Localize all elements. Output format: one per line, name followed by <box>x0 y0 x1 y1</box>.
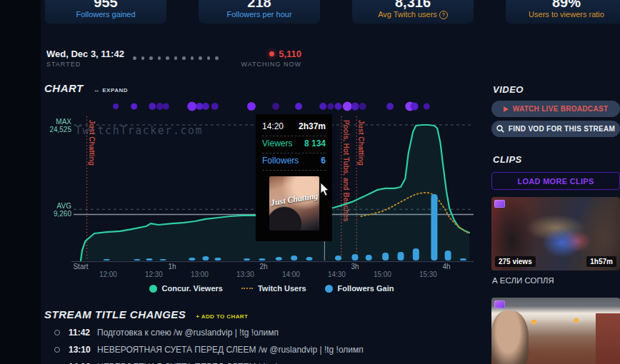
play-icon <box>504 106 509 112</box>
clip-marker-dot[interactable] <box>424 103 430 110</box>
clip-marker-dot[interactable] <box>247 102 256 111</box>
clip-marker-dot[interactable] <box>386 103 394 110</box>
legend-swatch <box>149 285 157 293</box>
clip-marker-dot[interactable] <box>156 103 164 110</box>
clip-marker-dot[interactable] <box>163 103 169 110</box>
video-heading: VIDEO <box>493 84 620 95</box>
game-boxart-just-chatting: Just Chatting <box>269 176 319 231</box>
x-tick-time: 13:30 <box>236 271 254 278</box>
title-change-time: 13:10 <box>69 345 97 355</box>
bullet-icon <box>54 347 60 353</box>
legend-label: Twitch Users <box>258 284 306 293</box>
x-tick-hour: 2h <box>259 263 267 271</box>
tooltip-elapsed: 2h37m <box>299 121 326 131</box>
watch-live-broadcast-button[interactable]: WATCH LIVE BROADCAST <box>491 101 620 117</box>
legend-label: Concur. Viewers <box>162 284 223 293</box>
clip-marker-dot[interactable] <box>351 103 359 111</box>
clip-marker-dot[interactable] <box>335 103 342 110</box>
followers-gain-bar[interactable] <box>160 259 166 261</box>
clip-marker-dot[interactable] <box>196 103 203 110</box>
followers-gain-bar[interactable] <box>146 258 153 261</box>
tooltip-row: Followers6 <box>262 153 326 171</box>
followers-gain-bar[interactable] <box>291 256 297 261</box>
clips-heading: CLIPS <box>493 154 620 165</box>
followers-gain-bar[interactable] <box>335 256 341 261</box>
legend-item-twitch-users[interactable]: Twitch Users <box>241 284 306 293</box>
clip-marker-dot[interactable] <box>131 103 137 110</box>
clip-thumbnail-1[interactable]: 275 views 1h57m <box>491 197 620 271</box>
title-change-text: Подготовка к слею /w @ruslandvip | !tg !… <box>97 328 279 338</box>
legend-item-concur-viewers[interactable]: Concur. Viewers <box>149 284 223 293</box>
followers-gain-bar[interactable] <box>413 248 419 261</box>
title-changes-heading: STREAM TITLE CHANGES <box>44 308 186 320</box>
clip-platform-badge <box>494 300 505 308</box>
boxart-title: Just Chatting <box>269 191 319 208</box>
clip-duration-badge: 1h57m <box>586 256 616 267</box>
followers-gain-bar[interactable] <box>189 258 195 261</box>
tooltip-row: Viewers8 134 <box>262 136 326 153</box>
clip-platform-badge <box>494 200 505 208</box>
sidebar: VIDEO WATCH LIVE BROADCAST FIND VOD FOR … <box>491 84 620 364</box>
clip-marker-dot[interactable] <box>113 103 119 109</box>
x-tick-hour: 3h <box>351 263 359 271</box>
game-marker-label: Just Chatting <box>88 120 96 166</box>
x-tick-time: 15:30 <box>419 271 437 278</box>
followers-gain-bar[interactable] <box>259 258 265 261</box>
clip-marker-dot[interactable] <box>411 103 419 111</box>
y-max-value: 24,525 <box>49 126 71 133</box>
tooltip-row-label: Followers <box>262 156 299 166</box>
clip-marker-dot[interactable] <box>187 102 196 111</box>
title-change-time: 11:42 <box>69 328 97 338</box>
clip-marker-dot[interactable] <box>211 103 219 110</box>
x-tick-time: 13:00 <box>191 271 209 278</box>
tooltip-row-value: 8 134 <box>304 138 326 148</box>
followers-gain-bar[interactable] <box>352 254 359 261</box>
find-vod-button[interactable]: FIND VOD FOR THIS STREAM <box>491 121 620 137</box>
followers-gain-bar[interactable] <box>215 258 221 261</box>
followers-gain-bar[interactable] <box>445 251 451 261</box>
legend-item-followers-gain[interactable]: Followers Gain <box>325 284 394 293</box>
mouse-cursor <box>320 182 331 197</box>
title-change-row: 13:10НЕВЕРОЯТНАЯ СУЕТА ПЕРЕД СЛЕЕМ /w @r… <box>44 345 444 355</box>
chart-legend: Concur. ViewersTwitch UsersFollowers Gai… <box>71 284 471 293</box>
followers-gain-bar[interactable] <box>276 257 282 261</box>
followers-gain-bar[interactable] <box>460 258 466 261</box>
clip-marker-dot[interactable] <box>149 103 156 110</box>
clip-thumbnail-2[interactable] <box>491 298 620 364</box>
followers-gain-bar[interactable] <box>431 194 437 261</box>
x-tick-time: 15:00 <box>374 271 391 278</box>
clip-marker-dot[interactable] <box>295 103 302 110</box>
title-change-row: 11:42Подготовка к слею /w @ruslandvip | … <box>44 328 444 338</box>
clip-views-badge: 275 views <box>495 256 536 267</box>
x-tick-time: 14:00 <box>282 271 300 278</box>
clip-marker-dot[interactable] <box>319 103 326 110</box>
followers-gain-bar[interactable] <box>306 257 313 261</box>
clip-marker-dot[interactable] <box>202 103 209 110</box>
title-change-text: НЕВЕРОЯТНАЯ СУЕТА ПЕРЕД СЛЕЕМ /w @ruslan… <box>97 345 364 355</box>
chart-tooltip: 14:20 2h37m Viewers8 134Followers6 Just … <box>256 114 332 241</box>
x-tick-hour: Start <box>73 263 88 271</box>
stream-title-changes-section: STREAM TITLE CHANGES + ADD TO CHART 11:4… <box>44 308 444 364</box>
followers-gain-bar[interactable] <box>382 253 389 261</box>
followers-gain-bar[interactable] <box>104 259 110 261</box>
game-marker-label: Just Chatting <box>357 120 365 166</box>
followers-gain-bar[interactable] <box>202 256 209 261</box>
x-tick-time: 12:00 <box>99 271 117 278</box>
followers-gain-bar[interactable] <box>366 255 372 261</box>
followers-gain-bar[interactable] <box>398 252 404 261</box>
twitchtracker-stream-page: 955 Followers gained 218 Followers per h… <box>0 0 620 364</box>
legend-swatch <box>325 285 333 293</box>
load-more-clips-button[interactable]: LOAD MORE CLIPS <box>491 172 620 190</box>
clip-marker-dot[interactable] <box>327 103 334 110</box>
x-tick-hour: 4h <box>442 263 450 271</box>
x-tick-time: 14:30 <box>328 271 346 278</box>
tooltip-row-label: Viewers <box>262 138 292 148</box>
tooltip-time: 14:20 <box>262 121 284 131</box>
add-to-chart-button[interactable]: + ADD TO CHART <box>196 313 248 320</box>
followers-gain-bar[interactable] <box>134 259 140 261</box>
y-avg-label: AVG <box>57 202 72 210</box>
clip-marker-dot[interactable] <box>272 103 279 110</box>
followers-gain-bar[interactable] <box>244 258 250 261</box>
clip-marker-dot[interactable] <box>359 103 366 110</box>
clip-marker-dot[interactable] <box>343 102 352 111</box>
